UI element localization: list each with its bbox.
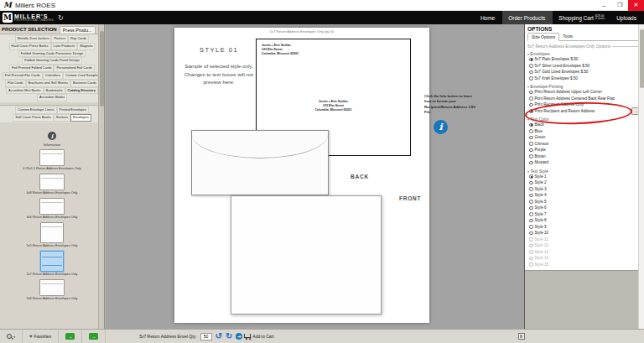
product-link[interactable]: Flat Cards — [5, 80, 25, 87]
radio-option[interactable]: Style 6 … — [527, 205, 641, 211]
radio-option[interactable]: Style 12 … — [527, 242, 641, 249]
quantity-input[interactable] — [200, 333, 212, 340]
radio-option[interactable]: Print Return Address Upper Left Corner … — [527, 89, 641, 96]
options-tab[interactable]: Tools — [559, 33, 576, 40]
radio-option[interactable]: Style 15 … — [527, 262, 641, 268]
radio-option[interactable]: Style 1 … — [527, 174, 641, 180]
info-icon[interactable]: i — [48, 132, 56, 140]
radio-option[interactable]: Style 3 … — [527, 186, 641, 193]
zoom-tool[interactable]: ▾ — [0, 330, 23, 343]
envelope-front-blank-preview[interactable] — [231, 195, 382, 314]
radio-option[interactable]: Print Recipient Address Only … — [527, 101, 641, 108]
product-link[interactable]: Metallic Dust Jackets — [15, 35, 52, 43]
radio-option[interactable]: 5x7 Plain Envelopes $.50 … — [527, 56, 641, 63]
add-to-cart-button[interactable]: ➔ Add to Cart — [236, 333, 273, 340]
product-thumbnail-item[interactable]: 5x5 Return Address Envelopes Only — [0, 222, 104, 247]
radio-option[interactable]: Style 11 … — [527, 236, 641, 243]
sidebar-scrollbar[interactable] — [98, 24, 104, 329]
product-link[interactable]: Bookmarks — [44, 87, 65, 95]
product-link[interactable]: Hard Cover Press Books — [9, 43, 51, 50]
product-link[interactable]: Luxe Products — [51, 43, 78, 50]
product-thumbnail-label: 4x6 Return Address Envelopes Only — [0, 216, 104, 219]
radio-option[interactable]: Green … — [527, 134, 641, 141]
nav-item[interactable]: Order Products — [502, 11, 553, 24]
radio-option[interactable]: 5x7 Silver Lined Envelopes $.50 … — [527, 63, 641, 70]
envelope-link[interactable]: Printed Envelopes — [57, 107, 89, 114]
product-link[interactable]: Personalized Foil Cards — [54, 65, 94, 72]
radio-option[interactable]: Print Return Address Centered Back Rear … — [527, 96, 641, 102]
envelope-link[interactable]: Soft Cover Press Books — [13, 114, 53, 122]
product-link[interactable]: Calendars — [43, 72, 63, 80]
app-window: M Millers ROES – ❐ ✕ M MILLER'S PROFESSI… — [0, 0, 644, 343]
product-link[interactable]: Accordion Books — [37, 94, 67, 101]
radio-option[interactable]: Style 8 … — [527, 217, 641, 224]
product-link[interactable]: Folded Greeting Cards Panel Design — [22, 57, 81, 65]
product-thumbnail-item[interactable]: 4x8 Return Address Envelopes Only — [0, 174, 104, 195]
refresh-icon[interactable]: ↻ — [58, 14, 64, 22]
product-link[interactable]: Foil Pressed Flat Cards — [3, 72, 43, 80]
redo-icon[interactable]: ↻ — [226, 332, 232, 340]
nav-item[interactable]: Shopping Cart $28.00 4 items — [553, 11, 610, 24]
nav-item[interactable]: Uploads — [610, 11, 644, 24]
radio-option[interactable]: Style 2 … — [527, 179, 641, 186]
envelope-back-preview[interactable] — [191, 130, 329, 195]
product-link[interactable]: Folded Greeting Cards Panoramic Design — [18, 50, 86, 58]
product-links: Metallic Dust JacketsPostersRep CardsHar… — [0, 34, 104, 102]
app-logo-icon: M — [3, 1, 12, 9]
product-link[interactable]: Rep Cards — [68, 35, 89, 43]
radio-option[interactable]: 5x7 Kraft Envelopes $.50 … — [527, 75, 641, 82]
brand-tagline: PROFESSIONAL IMAGING — [14, 19, 54, 22]
envelope-link[interactable]: Stickers — [54, 114, 70, 122]
minimize-button[interactable]: – — [596, 0, 612, 11]
maximize-button[interactable]: ❐ — [612, 0, 628, 11]
radio-option[interactable]: Style 4 … — [527, 192, 641, 199]
radio-option[interactable]: Print Recipient and Return Address … — [527, 108, 641, 115]
product-link[interactable]: Magnets — [77, 43, 95, 50]
product-thumbnail-item[interactable]: 4.25x5.5 Return Address Envelopes Only — [0, 149, 104, 170]
product-link[interactable]: Custom Card Samples — [63, 72, 101, 80]
radio-option[interactable]: Brown … — [527, 153, 641, 160]
envelope-link[interactable]: Custom Envelope Liners — [15, 107, 57, 114]
radio-option[interactable]: Style 13 … — [527, 249, 641, 256]
envelope-thumbnail-icon — [39, 149, 65, 166]
envelope-link[interactable]: Envelopes — [70, 114, 91, 122]
product-link[interactable]: Posters — [51, 35, 68, 43]
recipient-address: Justin + Erin Stubbs 123 Elm Street Colu… — [257, 100, 410, 113]
options-tab[interactable]: Size Options — [527, 33, 559, 41]
radio-option[interactable]: Style 10 … — [527, 230, 641, 236]
product-thumbnail-item[interactable]: 5x7 Return Address Envelopes Only — [0, 251, 104, 276]
product-link[interactable]: Catalog Directory — [65, 87, 98, 95]
brand: M MILLER'S PROFESSIONAL IMAGING ↻ — [3, 13, 64, 23]
product-link[interactable]: Accordion Mini Books — [6, 87, 43, 95]
radio-label: 5x7 Gold Lined Envelopes $.50 — [535, 70, 589, 75]
radio-label: Style 13 — [535, 250, 549, 255]
radio-option[interactable]: Black … — [527, 122, 641, 128]
product-link[interactable]: Business Cards — [70, 80, 99, 87]
options-scrollbar[interactable] — [638, 24, 644, 329]
layout-toggle-icon[interactable] — [518, 333, 525, 340]
cart-count: 4 items — [595, 18, 605, 21]
product-thumbnail-item[interactable]: 5x8 Return Address Envelopes Only — [0, 279, 104, 300]
radio-option[interactable]: Mustard … — [527, 159, 641, 166]
favorites-button[interactable]: ♥ Favorites — [23, 330, 59, 343]
radio-option[interactable]: Style 14 … — [527, 255, 641, 262]
csv-info-button[interactable]: i — [434, 120, 448, 134]
radio-option[interactable]: Purple … — [527, 147, 641, 153]
radio-option[interactable]: Style 9 … — [527, 224, 641, 231]
export-button[interactable]: → — [82, 330, 106, 343]
radio-icon — [529, 142, 533, 146]
radio-option[interactable]: Crimson … — [527, 141, 641, 148]
product-thumbnail-item[interactable]: 4x6 Return Address Envelopes Only — [0, 198, 104, 219]
radio-option[interactable]: Blue … — [527, 128, 641, 135]
nav-item[interactable]: Home — [475, 11, 502, 24]
favorites-label: Favorites — [34, 334, 52, 339]
radio-option[interactable]: 5x7 Gold Lined Envelopes $.50 … — [527, 69, 641, 75]
tab-press-products[interactable]: Press Produ... — [60, 26, 96, 34]
import-button[interactable]: → — [59, 330, 82, 343]
product-link[interactable]: Foil Pressed Folded Cards — [9, 65, 54, 72]
close-button[interactable]: ✕ — [628, 0, 644, 11]
product-link[interactable]: Brochures and Sell Sheets — [26, 80, 70, 87]
radio-option[interactable]: Style 7 … — [527, 211, 641, 218]
undo-icon[interactable]: ↺ — [216, 332, 222, 340]
radio-option[interactable]: Style 5 … — [527, 199, 641, 205]
